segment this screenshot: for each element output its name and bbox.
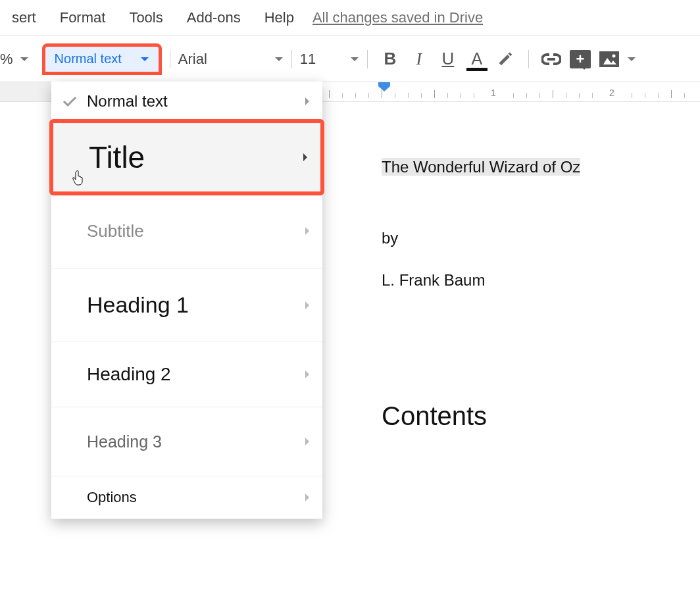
ruler-label-1: 1 — [491, 88, 496, 98]
document-author-line[interactable]: L. Frank Baum — [382, 271, 687, 290]
toolbar: % Normal text Arial 11 B I U A — [0, 36, 700, 82]
zoom-label: % — [0, 51, 13, 68]
check-icon — [58, 95, 82, 107]
caret-down-icon — [20, 56, 29, 63]
style-option-title[interactable]: Title — [49, 119, 324, 195]
insert-link-button[interactable] — [537, 45, 566, 74]
text-color-button[interactable]: A — [463, 45, 491, 74]
caret-down-icon — [140, 56, 149, 63]
ruler-label-2: 2 — [609, 88, 614, 98]
highlight-button[interactable] — [491, 45, 520, 74]
submenu-arrow-icon — [302, 153, 309, 162]
add-comment-button[interactable]: + — [566, 45, 595, 74]
ruler-margin — [0, 82, 53, 101]
option-label: Heading 1 — [87, 292, 304, 318]
size-label: 11 — [300, 51, 350, 68]
svg-point-2 — [612, 54, 615, 57]
style-option-heading-1[interactable]: Heading 1 — [51, 269, 322, 342]
italic-button[interactable]: I — [405, 45, 434, 74]
submenu-arrow-icon — [304, 301, 311, 310]
caret-down-icon — [350, 56, 359, 63]
option-label: Heading 2 — [87, 364, 304, 385]
option-label: Normal text — [87, 92, 304, 111]
toolbar-divider — [170, 50, 170, 68]
zoom-selector[interactable]: % — [0, 51, 36, 68]
document-title-line[interactable]: The Wonderful Wizard of Oz — [382, 158, 687, 176]
document-contents-heading[interactable]: Contents — [382, 401, 687, 431]
submenu-arrow-icon — [304, 437, 311, 446]
submenu-arrow-icon — [304, 370, 311, 379]
svg-marker-3 — [378, 82, 390, 91]
paragraph-style-selector[interactable]: Normal text — [42, 43, 162, 75]
cursor-icon — [72, 170, 87, 190]
menu-format[interactable]: Format — [48, 9, 118, 26]
option-label: Subtitle — [87, 221, 304, 241]
submenu-arrow-icon — [304, 226, 311, 236]
toolbar-divider — [291, 50, 292, 68]
option-label: Title — [89, 139, 302, 175]
font-size-selector[interactable]: 11 — [300, 51, 359, 68]
option-label: Heading 3 — [87, 432, 304, 451]
paragraph-style-dropdown: Normal text Title Subtitle Heading 1 Hea… — [51, 82, 322, 519]
selected-text: The Wonderful Wizard of Oz — [382, 158, 580, 176]
font-label: Arial — [178, 51, 274, 68]
save-status[interactable]: All changes saved in Drive — [312, 9, 483, 26]
menu-help[interactable]: Help — [253, 9, 306, 26]
toolbar-divider — [367, 50, 368, 68]
font-selector[interactable]: Arial — [178, 51, 284, 68]
style-option-options[interactable]: Options — [51, 476, 322, 519]
svg-rect-0 — [599, 51, 619, 67]
toolbar-divider — [528, 50, 529, 68]
menu-insert[interactable]: sert — [0, 9, 48, 26]
option-label: Options — [87, 489, 304, 506]
submenu-arrow-icon — [304, 493, 311, 502]
menu-bar: sert Format Tools Add-ons Help All chang… — [0, 0, 700, 36]
underline-button[interactable]: U — [434, 45, 463, 74]
insert-image-button[interactable] — [595, 45, 624, 74]
submenu-arrow-icon — [304, 97, 311, 106]
style-option-heading-3[interactable]: Heading 3 — [51, 407, 322, 476]
bold-button[interactable]: B — [376, 45, 405, 74]
style-label: Normal text — [55, 51, 122, 66]
document-page[interactable]: The Wonderful Wizard of Oz by L. Frank B… — [322, 105, 700, 608]
style-option-subtitle[interactable]: Subtitle — [51, 193, 322, 269]
more-options-button[interactable] — [624, 45, 639, 74]
menu-addons[interactable]: Add-ons — [175, 9, 253, 26]
style-option-normal-text[interactable]: Normal text — [51, 82, 322, 121]
document-by-line[interactable]: by — [382, 229, 687, 247]
caret-down-icon — [274, 56, 284, 63]
style-option-heading-2[interactable]: Heading 2 — [51, 342, 322, 407]
menu-tools[interactable]: Tools — [117, 9, 174, 26]
indent-marker[interactable] — [378, 82, 390, 93]
